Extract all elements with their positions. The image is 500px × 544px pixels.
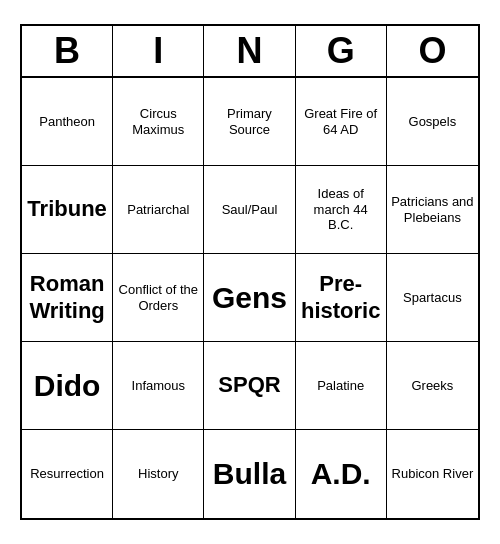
- header-letter: B: [22, 26, 113, 76]
- cell-text: Pre-historic: [300, 271, 382, 324]
- header-letter: I: [113, 26, 204, 76]
- cell-text: Pantheon: [39, 114, 95, 130]
- bingo-cell: Primary Source: [204, 78, 295, 166]
- cell-text: Conflict of the Orders: [117, 282, 199, 313]
- cell-text: Circus Maximus: [117, 106, 199, 137]
- cell-text: Bulla: [213, 456, 286, 492]
- bingo-cell: Gospels: [387, 78, 478, 166]
- cell-text: History: [138, 466, 178, 482]
- bingo-cell: SPQR: [204, 342, 295, 430]
- cell-text: Resurrection: [30, 466, 104, 482]
- cell-text: Patriarchal: [127, 202, 189, 218]
- bingo-cell: Conflict of the Orders: [113, 254, 204, 342]
- bingo-cell: Patriarchal: [113, 166, 204, 254]
- bingo-grid: PantheonCircus MaximusPrimary SourceGrea…: [22, 78, 478, 518]
- cell-text: Spartacus: [403, 290, 462, 306]
- header-letter: G: [296, 26, 387, 76]
- bingo-cell: Gens: [204, 254, 295, 342]
- cell-text: Patricians and Plebeians: [391, 194, 474, 225]
- cell-text: Gens: [212, 280, 287, 316]
- bingo-cell: Pre-historic: [296, 254, 387, 342]
- cell-text: Palatine: [317, 378, 364, 394]
- cell-text: A.D.: [311, 456, 371, 492]
- bingo-cell: Saul/Paul: [204, 166, 295, 254]
- bingo-cell: Infamous: [113, 342, 204, 430]
- bingo-cell: Pantheon: [22, 78, 113, 166]
- bingo-cell: Resurrection: [22, 430, 113, 518]
- bingo-cell: Great Fire of 64 AD: [296, 78, 387, 166]
- bingo-cell: Roman Writing: [22, 254, 113, 342]
- cell-text: Saul/Paul: [222, 202, 278, 218]
- bingo-cell: Circus Maximus: [113, 78, 204, 166]
- cell-text: Gospels: [409, 114, 457, 130]
- bingo-cell: A.D.: [296, 430, 387, 518]
- cell-text: Dido: [34, 368, 101, 404]
- bingo-cell: History: [113, 430, 204, 518]
- bingo-cell: Dido: [22, 342, 113, 430]
- bingo-cell: Ideas of march 44 B.C.: [296, 166, 387, 254]
- cell-text: Roman Writing: [26, 271, 108, 324]
- cell-text: Tribune: [27, 196, 106, 222]
- bingo-cell: Tribune: [22, 166, 113, 254]
- cell-text: SPQR: [218, 372, 280, 398]
- bingo-cell: Spartacus: [387, 254, 478, 342]
- bingo-header: BINGO: [22, 26, 478, 78]
- cell-text: Rubicon River: [392, 466, 474, 482]
- cell-text: Great Fire of 64 AD: [300, 106, 382, 137]
- bingo-cell: Palatine: [296, 342, 387, 430]
- header-letter: O: [387, 26, 478, 76]
- bingo-card: BINGO PantheonCircus MaximusPrimary Sour…: [20, 24, 480, 520]
- cell-text: Ideas of march 44 B.C.: [300, 186, 382, 233]
- bingo-cell: Bulla: [204, 430, 295, 518]
- cell-text: Infamous: [132, 378, 185, 394]
- cell-text: Greeks: [411, 378, 453, 394]
- bingo-cell: Greeks: [387, 342, 478, 430]
- header-letter: N: [204, 26, 295, 76]
- bingo-cell: Rubicon River: [387, 430, 478, 518]
- bingo-cell: Patricians and Plebeians: [387, 166, 478, 254]
- cell-text: Primary Source: [208, 106, 290, 137]
